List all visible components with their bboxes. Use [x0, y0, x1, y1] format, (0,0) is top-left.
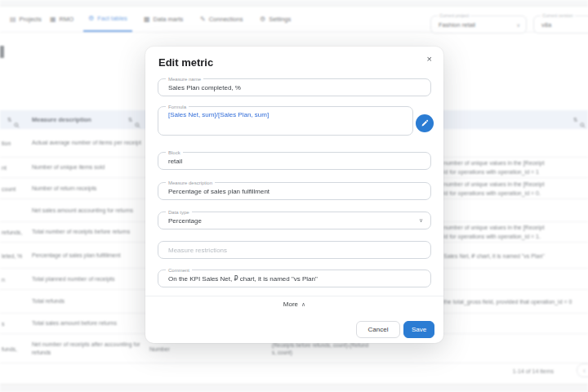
cancel-button[interactable]: Cancel [356, 321, 400, 338]
chevron-up-icon: ∧ [301, 301, 305, 308]
formula-edit-button[interactable] [416, 114, 434, 132]
data-type-select[interactable]: Data type ∨ [158, 212, 431, 229]
formula-field: Formula [158, 106, 413, 136]
data-type-value[interactable] [168, 212, 421, 229]
pencil-icon [421, 116, 429, 131]
app-screen: ▤ Projects ▦ RMO ⚙ Fact tables ▩ Data ma… [0, 0, 588, 392]
edit-metric-modal: Edit metric × Measure name Formula Block… [145, 47, 443, 343]
save-button[interactable]: Save [403, 321, 434, 338]
block-field: Block [158, 152, 431, 170]
block-input[interactable] [168, 153, 421, 169]
measure-restrictions-field [158, 241, 431, 259]
measure-name-input[interactable] [168, 79, 421, 96]
measure-restrictions-input[interactable] [168, 242, 421, 258]
comment-input[interactable] [168, 270, 421, 287]
measure-description-field: Measure description [158, 182, 431, 200]
measure-name-field: Measure name [158, 78, 431, 96]
chevron-down-icon: ∨ [419, 212, 423, 229]
close-icon[interactable]: × [427, 53, 432, 65]
formula-input[interactable] [168, 109, 403, 120]
modal-title: Edit metric [158, 56, 213, 69]
modal-divider [145, 296, 443, 296]
more-label: More [283, 301, 298, 308]
more-toggle[interactable]: More ∧ [145, 301, 443, 308]
comment-field: Comment [158, 270, 431, 287]
measure-description-input[interactable] [168, 183, 421, 199]
